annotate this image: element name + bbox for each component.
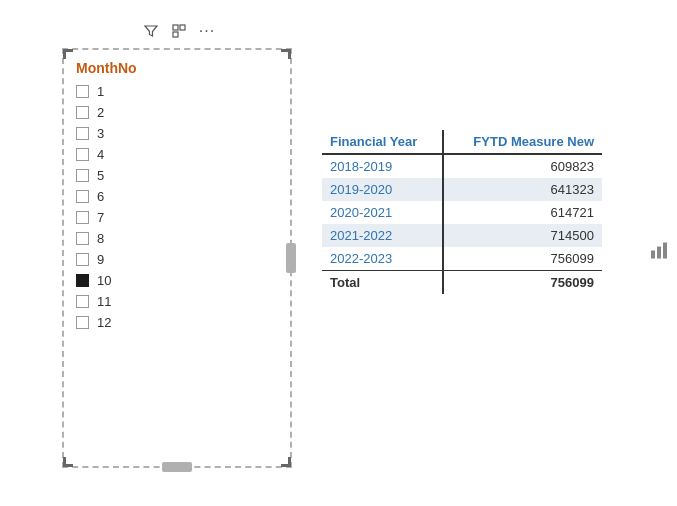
slicer-label-1: 1 bbox=[97, 84, 104, 99]
slicer-label-12: 12 bbox=[97, 315, 111, 330]
table-cell-value: 609823 bbox=[443, 154, 602, 178]
filter-icon[interactable] bbox=[140, 20, 162, 42]
checkbox-8[interactable] bbox=[76, 232, 89, 245]
checkbox-12[interactable] bbox=[76, 316, 89, 329]
slicer-label-8: 8 bbox=[97, 231, 104, 246]
svg-rect-1 bbox=[180, 25, 185, 30]
slicer-item[interactable]: 1 bbox=[76, 82, 278, 101]
corner-tr bbox=[281, 49, 291, 59]
slicer-item[interactable]: 4 bbox=[76, 145, 278, 164]
expand-icon[interactable] bbox=[168, 20, 190, 42]
slicer-item[interactable]: 2 bbox=[76, 103, 278, 122]
resize-handle-bottom[interactable] bbox=[162, 462, 192, 472]
table-cell-year: 2022-2023 bbox=[322, 247, 443, 271]
table-cell-value: 641323 bbox=[443, 178, 602, 201]
svg-rect-4 bbox=[657, 247, 661, 259]
slicer-item[interactable]: 12 bbox=[76, 313, 278, 332]
svg-rect-5 bbox=[663, 243, 667, 259]
slicer-item[interactable]: 3 bbox=[76, 124, 278, 143]
table-row: 2021-2022714500 bbox=[322, 224, 602, 247]
table-panel: Financial Year FYTD Measure New 2018-201… bbox=[322, 130, 602, 294]
slicer-toolbar: ··· bbox=[140, 20, 218, 42]
svg-rect-3 bbox=[651, 251, 655, 259]
checkbox-10[interactable] bbox=[76, 274, 89, 287]
table-cell-year: 2019-2020 bbox=[322, 178, 443, 201]
table-row: 2020-2021614721 bbox=[322, 201, 602, 224]
table-cell-value: 614721 bbox=[443, 201, 602, 224]
slicer-label-3: 3 bbox=[97, 126, 104, 141]
slicer-label-2: 2 bbox=[97, 105, 104, 120]
data-table: Financial Year FYTD Measure New 2018-201… bbox=[322, 130, 602, 294]
checkbox-3[interactable] bbox=[76, 127, 89, 140]
slicer-item[interactable]: 7 bbox=[76, 208, 278, 227]
corner-bl bbox=[63, 457, 73, 467]
right-edge-chart-icon[interactable] bbox=[649, 241, 669, 266]
slicer-label-11: 11 bbox=[97, 294, 111, 309]
slicer-label-9: 9 bbox=[97, 252, 104, 267]
table-cell-value: 714500 bbox=[443, 224, 602, 247]
slicer-label-5: 5 bbox=[97, 168, 104, 183]
slicer-label-7: 7 bbox=[97, 210, 104, 225]
slicer-item[interactable]: 9 bbox=[76, 250, 278, 269]
slicer-item[interactable]: 11 bbox=[76, 292, 278, 311]
table-row: 2022-2023756099 bbox=[322, 247, 602, 271]
slicer-item[interactable]: 6 bbox=[76, 187, 278, 206]
table-cell-value: 756099 bbox=[443, 247, 602, 271]
table-cell-year: 2018-2019 bbox=[322, 154, 443, 178]
checkbox-5[interactable] bbox=[76, 169, 89, 182]
slicer-item[interactable]: 8 bbox=[76, 229, 278, 248]
table-total-row: Total 756099 bbox=[322, 271, 602, 295]
table-header-row: Financial Year FYTD Measure New bbox=[322, 130, 602, 154]
slicer-label-10: 10 bbox=[97, 273, 111, 288]
table-row: 2018-2019609823 bbox=[322, 154, 602, 178]
checkbox-1[interactable] bbox=[76, 85, 89, 98]
table-cell-year: 2020-2021 bbox=[322, 201, 443, 224]
slicer-items: 123456789101112 bbox=[64, 82, 290, 332]
corner-br bbox=[281, 457, 291, 467]
total-label: Total bbox=[322, 271, 443, 295]
checkbox-6[interactable] bbox=[76, 190, 89, 203]
svg-rect-2 bbox=[173, 32, 178, 37]
table-cell-year: 2021-2022 bbox=[322, 224, 443, 247]
table-body: 2018-20196098232019-20206413232020-20216… bbox=[322, 154, 602, 271]
col-financial-year-header: Financial Year bbox=[322, 130, 443, 154]
checkbox-4[interactable] bbox=[76, 148, 89, 161]
slicer-item[interactable]: 10 bbox=[76, 271, 278, 290]
slicer-item[interactable]: 5 bbox=[76, 166, 278, 185]
checkbox-7[interactable] bbox=[76, 211, 89, 224]
slicer-label-6: 6 bbox=[97, 189, 104, 204]
checkbox-11[interactable] bbox=[76, 295, 89, 308]
table-row: 2019-2020641323 bbox=[322, 178, 602, 201]
col-fytd-header: FYTD Measure New bbox=[443, 130, 602, 154]
corner-tl bbox=[63, 49, 73, 59]
total-value: 756099 bbox=[443, 271, 602, 295]
resize-handle-right[interactable] bbox=[286, 243, 296, 273]
svg-rect-0 bbox=[173, 25, 178, 30]
slicer-panel: MonthNo 123456789101112 bbox=[62, 48, 292, 468]
checkbox-2[interactable] bbox=[76, 106, 89, 119]
slicer-label-4: 4 bbox=[97, 147, 104, 162]
checkbox-9[interactable] bbox=[76, 253, 89, 266]
more-options-icon[interactable]: ··· bbox=[196, 20, 218, 42]
slicer-header: MonthNo bbox=[64, 50, 290, 82]
